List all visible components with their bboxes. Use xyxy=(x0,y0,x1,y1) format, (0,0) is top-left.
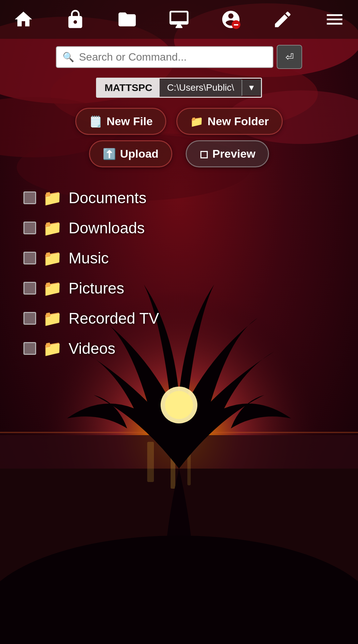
action-row-1: 🗒️ New File 📁 New Folder xyxy=(0,104,358,140)
list-item[interactable]: 📁 Downloads xyxy=(20,213,338,243)
lock-nav-button[interactable] xyxy=(62,6,89,33)
file-name-5: Videos xyxy=(69,339,115,357)
folder-icon-2: 📁 xyxy=(43,249,62,267)
preview-label: Preview xyxy=(212,147,256,160)
preview-button[interactable]: ◻ Preview xyxy=(186,140,269,167)
file-checkbox-3[interactable] xyxy=(23,282,36,295)
file-checkbox-1[interactable] xyxy=(23,222,36,234)
file-checkbox-2[interactable] xyxy=(23,252,36,264)
new-folder-icon: 📁 xyxy=(190,115,203,128)
folder-nav-button[interactable] xyxy=(114,6,141,33)
new-folder-label: New Folder xyxy=(207,115,269,128)
list-item[interactable]: 📁 Music xyxy=(20,243,338,273)
file-name-3: Pictures xyxy=(69,279,124,297)
path-bar: MATTSPC C:\Users\Public\ ▼ xyxy=(96,78,262,98)
folder-icon-1: 📁 xyxy=(43,219,62,237)
svg-rect-18 xyxy=(234,24,238,25)
top-nav xyxy=(0,0,358,39)
machine-label: MATTSPC xyxy=(97,79,160,97)
display-nav-button[interactable] xyxy=(166,6,192,33)
folder-icon-3: 📁 xyxy=(43,279,62,297)
directory-label: C:\Users\Public\ xyxy=(160,79,242,96)
new-file-icon: 🗒️ xyxy=(89,115,102,128)
file-name-0: Documents xyxy=(69,189,147,207)
path-row: MATTSPC C:\Users\Public\ ▼ xyxy=(0,75,358,104)
file-name-1: Downloads xyxy=(69,219,145,237)
upload-icon: ⬆️ xyxy=(103,148,116,160)
enter-icon: ⏎ xyxy=(285,51,294,63)
upload-button[interactable]: ⬆️ Upload xyxy=(89,140,172,167)
folder-icon-4: 📁 xyxy=(43,309,62,327)
new-file-button[interactable]: 🗒️ New File xyxy=(75,108,166,135)
list-item[interactable]: 📁 Recorded TV xyxy=(20,303,338,333)
file-checkbox-5[interactable] xyxy=(23,342,36,355)
new-file-label: New File xyxy=(106,115,153,128)
folder-icon-5: 📁 xyxy=(43,339,62,357)
home-nav-button[interactable] xyxy=(10,6,37,33)
enter-button[interactable]: ⏎ xyxy=(277,45,302,69)
search-row: 🔍 ⏎ xyxy=(0,39,358,75)
list-item[interactable]: 📁 Videos xyxy=(20,333,338,364)
account-nav-button[interactable] xyxy=(217,6,244,33)
preview-icon: ◻ xyxy=(199,148,208,160)
upload-label: Upload xyxy=(120,147,159,160)
search-input[interactable] xyxy=(79,51,267,63)
new-folder-button[interactable]: 📁 New Folder xyxy=(176,108,282,135)
file-checkbox-0[interactable] xyxy=(23,191,36,204)
menu-nav-button[interactable] xyxy=(321,6,348,33)
path-dropdown-button[interactable]: ▼ xyxy=(242,80,261,96)
edit-nav-button[interactable] xyxy=(269,6,296,33)
folder-icon-0: 📁 xyxy=(43,189,62,207)
file-name-4: Recorded TV xyxy=(69,309,159,327)
file-name-2: Music xyxy=(69,249,109,267)
list-item[interactable]: 📁 Pictures xyxy=(20,273,338,303)
search-icon: 🔍 xyxy=(63,52,74,63)
search-container: 🔍 xyxy=(56,46,273,68)
action-row-2: ⬆️ Upload ◻ Preview xyxy=(0,140,358,177)
list-item[interactable]: 📁 Documents xyxy=(20,183,338,213)
file-list: 📁 Documents 📁 Downloads 📁 Music 📁 Pictur… xyxy=(0,177,358,369)
file-checkbox-4[interactable] xyxy=(23,312,36,325)
